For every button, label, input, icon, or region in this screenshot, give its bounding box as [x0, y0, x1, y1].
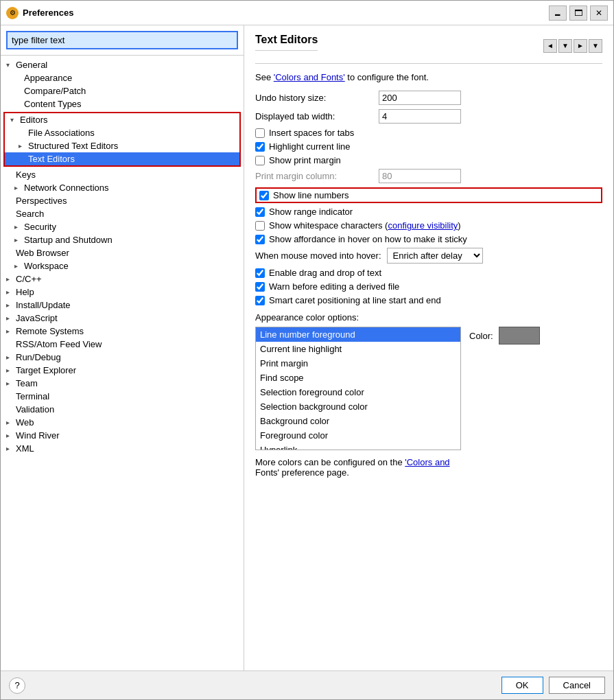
tree-item-editors[interactable]: ▾ Editors [5, 113, 239, 126]
tree-item-web[interactable]: ▸ Web [1, 416, 244, 429]
insert-spaces-row: Insert spaces for tabs [255, 128, 602, 138]
show-affordance-checkbox[interactable] [255, 235, 265, 244]
forward-button[interactable]: ► [574, 39, 587, 53]
tree-item-rss-atom[interactable]: RSS/Atom Feed View [1, 338, 244, 351]
tree-item-javascript[interactable]: ▸ JavaScript [1, 312, 244, 325]
color-item-find-scope[interactable]: Find scope [256, 371, 460, 385]
tree-item-run-debug[interactable]: ▸ Run/Debug [1, 351, 244, 364]
print-margin-row: Print margin column: [255, 169, 602, 183]
color-item-print-margin[interactable]: Print margin [256, 356, 460, 371]
show-line-numbers-label: Show line numbers [273, 190, 349, 200]
tree-item-validation[interactable]: Validation [1, 403, 244, 416]
label-workspace: Workspace [24, 261, 241, 271]
arrow-xml: ▸ [6, 445, 16, 452]
tree-item-file-assoc[interactable]: File Associations [5, 126, 239, 139]
color-list: Line number foreground Current line high… [255, 327, 461, 450]
tree-item-text-editors[interactable]: Text Editors [5, 152, 239, 165]
tree-item-install-update[interactable]: ▸ Install/Update [1, 299, 244, 312]
tree-item-general[interactable]: ▾ General [1, 58, 244, 71]
configure-visibility-link[interactable]: configure visibility [388, 220, 458, 231]
show-line-numbers-row: Show line numbers [255, 187, 602, 203]
colors-fonts-link[interactable]: 'Colors and Fonts' [274, 72, 345, 82]
tree-item-terminal[interactable]: Terminal [1, 390, 244, 403]
tree-item-remote-systems[interactable]: ▸ Remote Systems [1, 325, 244, 338]
help-button[interactable]: ? [9, 677, 25, 694]
drag-drop-row: Enable drag and drop of text [255, 268, 602, 278]
smart-caret-row: Smart caret positioning at line start an… [255, 295, 602, 305]
arrow-install: ▸ [6, 301, 16, 309]
section-title: Text Editors [255, 34, 318, 51]
show-print-margin-row: Show print margin [255, 155, 602, 165]
tree-item-perspectives[interactable]: Perspectives [1, 194, 244, 207]
undo-history-label: Undo history size: [255, 93, 379, 103]
arrow-general: ▾ [6, 61, 16, 69]
smart-caret-checkbox[interactable] [255, 296, 265, 305]
show-line-numbers-checkbox[interactable] [259, 191, 269, 200]
color-item-background[interactable]: Background color [256, 414, 460, 428]
insert-spaces-label: Insert spaces for tabs [269, 128, 354, 138]
show-print-margin-checkbox[interactable] [255, 156, 265, 165]
arrow-editors: ▾ [10, 116, 20, 124]
color-swatch[interactable] [499, 327, 540, 345]
highlight-line-checkbox[interactable] [255, 142, 265, 152]
tree-item-keys[interactable]: Keys [1, 168, 244, 181]
tree-item-cpp[interactable]: ▸ C/C++ [1, 272, 244, 285]
editors-group: ▾ Editors File Associations ▸ Structured… [3, 112, 241, 167]
tree-item-network[interactable]: ▸ Network Connections [1, 181, 244, 194]
down-arrow[interactable]: ▼ [558, 39, 572, 53]
label-search: Search [16, 209, 241, 219]
tree-item-wind-river[interactable]: ▸ Wind River [1, 429, 244, 442]
tree-item-startup[interactable]: ▸ Startup and Shutdown [1, 233, 244, 246]
show-range-row: Show range indicator [255, 207, 602, 217]
tree-item-security[interactable]: ▸ Security [1, 220, 244, 233]
ok-button[interactable]: OK [501, 677, 543, 694]
arrow-target: ▸ [6, 366, 16, 374]
cancel-button[interactable]: Cancel [549, 677, 605, 694]
color-item-foreground[interactable]: Foreground color [256, 428, 460, 443]
warn-derived-label: Warn before editing a derived file [269, 281, 399, 292]
label-file-assoc: File Associations [28, 128, 237, 138]
nav-menu[interactable]: ▼ [589, 39, 602, 53]
color-item-line-number-fg[interactable]: Line number foreground [256, 327, 460, 342]
tree-item-compare-patch[interactable]: Compare/Patch [1, 84, 244, 97]
label-perspectives: Perspectives [16, 196, 241, 206]
tree-item-xml[interactable]: ▸ XML [1, 442, 244, 455]
color-item-current-line[interactable]: Current line highlight [256, 342, 460, 356]
label-remote: Remote Systems [16, 326, 241, 336]
tree-item-workspace[interactable]: ▸ Workspace [1, 259, 244, 272]
more-colors-link[interactable]: 'Colors and [405, 457, 449, 467]
tree-item-team[interactable]: ▸ Team [1, 377, 244, 390]
tree-item-search[interactable]: Search [1, 207, 244, 220]
back-button[interactable]: ◄ [543, 39, 557, 53]
filter-box [1, 25, 244, 56]
label-editors: Editors [20, 115, 237, 125]
right-panel: Text Editors ◄ ▼ ► ▼ See 'Colors and Fon… [244, 25, 613, 670]
label-run-debug: Run/Debug [16, 352, 241, 362]
tree-item-target-explorer[interactable]: ▸ Target Explorer [1, 364, 244, 377]
tree-item-structured-text[interactable]: ▸ Structured Text Editors [5, 139, 239, 152]
filter-input[interactable] [6, 31, 238, 49]
drag-drop-checkbox[interactable] [255, 268, 265, 278]
show-whitespace-checkbox[interactable] [255, 221, 265, 231]
color-item-hyperlink[interactable]: Hyperlink [256, 443, 460, 450]
show-affordance-label: Show affordance in hover on how to make … [269, 234, 467, 244]
tree-item-web-browser[interactable]: Web Browser [1, 246, 244, 259]
minimize-button[interactable]: 🗕 [549, 5, 567, 21]
close-button[interactable]: ✕ [590, 5, 608, 21]
print-margin-input[interactable] [379, 169, 461, 183]
maximize-button[interactable]: 🗖 [569, 5, 587, 21]
insert-spaces-checkbox[interactable] [255, 128, 265, 138]
tree-item-help[interactable]: ▸ Help [1, 285, 244, 299]
description: See 'Colors and Fonts' to configure the … [255, 72, 602, 82]
tree-item-appearance[interactable]: Appearance [1, 71, 244, 84]
tab-width-input[interactable] [379, 109, 461, 124]
show-range-checkbox[interactable] [255, 207, 265, 217]
tree-item-content-types[interactable]: Content Types [1, 97, 244, 110]
color-item-selection-fg[interactable]: Selection foreground color [256, 385, 460, 399]
label-target: Target Explorer [16, 365, 241, 375]
hover-select[interactable]: Enrich after delay Enrich immediately Ne… [387, 248, 483, 264]
undo-history-input[interactable] [379, 91, 461, 105]
label-keys: Keys [16, 170, 241, 180]
color-item-selection-bg[interactable]: Selection background color [256, 399, 460, 414]
warn-derived-checkbox[interactable] [255, 282, 265, 292]
